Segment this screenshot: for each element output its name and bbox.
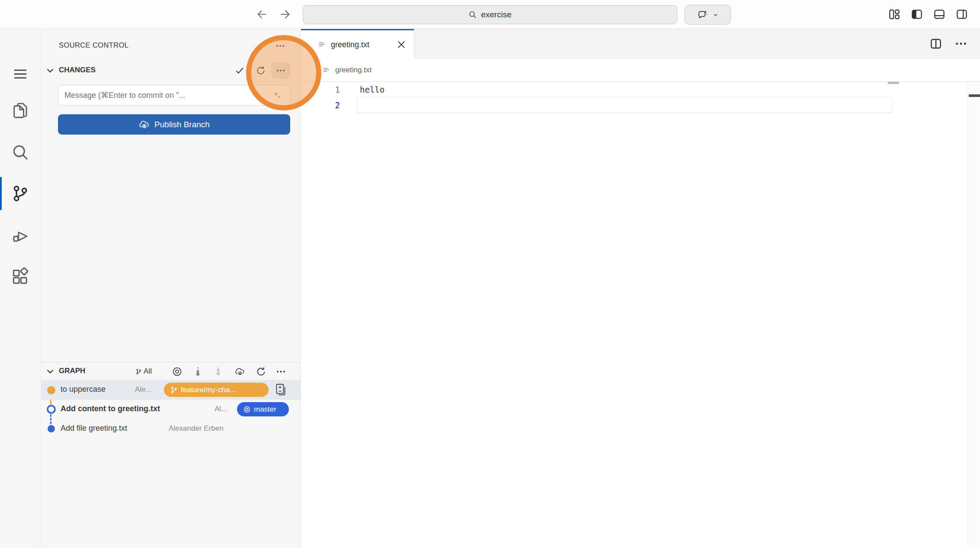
branch-badge-master: master <box>237 402 289 416</box>
toggle-panel-icon[interactable] <box>933 8 946 21</box>
graph-collapse-chevron-icon[interactable] <box>45 366 56 377</box>
branch-icon <box>170 386 178 394</box>
graph-commit-row[interactable]: Add content to greeting.txt Al... master <box>41 400 301 419</box>
commit-message: Add file greeting.txt <box>61 424 127 433</box>
menu-hamburger-icon[interactable] <box>10 64 30 84</box>
changes-collapse-chevron-icon[interactable] <box>45 65 56 76</box>
tab-title: greeting.txt <box>331 40 391 49</box>
branch-badge-label: master <box>254 405 276 414</box>
overview-ruler-cursor-mark <box>969 94 980 97</box>
tab-greeting-txt[interactable]: greeting.txt <box>301 29 414 59</box>
commit-dot-open-blue <box>47 405 56 414</box>
workbench: SOURCE CONTROL CHANGES <box>0 29 980 548</box>
publish-branch-button[interactable]: Publish Branch <box>58 114 290 135</box>
code-line[interactable]: 1 hello <box>301 82 980 97</box>
close-tab-icon[interactable] <box>396 39 407 50</box>
commit-author: Al... <box>215 405 227 413</box>
source-control-more-actions-icon[interactable] <box>272 38 288 54</box>
explorer-icon[interactable] <box>10 100 30 120</box>
graph-commit-row[interactable]: to uppercase Ale... feature/my-cha... <box>41 380 301 400</box>
cloud-upload-icon <box>138 119 150 130</box>
branch-badge-feature: feature/my-cha... <box>164 383 269 397</box>
navigate-forward-icon[interactable] <box>279 8 291 21</box>
navigate-back-icon[interactable] <box>256 8 269 21</box>
sidebar-title: SOURCE CONTROL <box>59 41 128 49</box>
graph-refresh-icon[interactable] <box>253 363 269 380</box>
chat-sparkle-icon <box>697 9 708 20</box>
search-sidebar-icon[interactable] <box>10 142 30 162</box>
graph-section-label[interactable]: GRAPH <box>59 367 85 375</box>
active-view-indicator <box>0 177 2 210</box>
refresh-icon[interactable] <box>253 62 269 79</box>
commit-check-icon[interactable] <box>231 62 248 79</box>
branch-badge-label: feature/my-cha... <box>181 386 236 394</box>
changes-section-label[interactable]: CHANGES <box>59 66 96 74</box>
editor-more-actions-icon[interactable] <box>954 37 968 51</box>
chevron-down-icon <box>712 12 719 18</box>
generate-commit-message-sparkle-icon[interactable] <box>269 87 285 103</box>
activity-bar <box>0 29 41 548</box>
graph-section-header[interactable]: GRAPH All <box>41 362 301 380</box>
pull-icon <box>210 363 226 380</box>
text-file-icon <box>317 40 327 49</box>
toggle-secondary-sidebar-icon[interactable] <box>955 8 968 21</box>
compare-changes-icon[interactable] <box>274 383 288 397</box>
commit-message-input[interactable] <box>58 85 290 106</box>
fetch-icon[interactable] <box>189 363 206 380</box>
line-number: 1 <box>301 82 340 97</box>
editor-actions <box>929 37 968 51</box>
run-debug-icon[interactable] <box>10 226 30 246</box>
title-bar: exercise <box>0 0 980 29</box>
push-cloud-icon[interactable] <box>231 363 248 380</box>
command-center-search[interactable]: exercise <box>303 5 677 24</box>
commit-message: Add content to greeting.txt <box>61 404 160 413</box>
search-value: exercise <box>481 10 512 19</box>
editor-group: greeting.txt greeting.txt 1 hello 2 <box>301 29 980 548</box>
commit-dot-blue <box>48 425 55 432</box>
extensions-icon[interactable] <box>10 267 30 287</box>
source-control-icon[interactable] <box>10 184 30 203</box>
breadcrumb-item[interactable]: greeting.txt <box>335 66 372 74</box>
commit-message: to uppercase <box>61 385 106 394</box>
commit-author: Alexander Erben <box>169 424 224 433</box>
toggle-primary-sidebar-icon[interactable] <box>910 8 923 21</box>
commit-dot-orange <box>47 386 55 394</box>
search-icon <box>468 10 477 19</box>
target-icon <box>243 406 251 413</box>
breadcrumbs[interactable]: greeting.txt <box>301 59 980 82</box>
publish-branch-label: Publish Branch <box>154 120 210 129</box>
code-line[interactable]: 2 <box>301 97 980 113</box>
chat-toggle-button[interactable] <box>685 5 731 25</box>
customize-layout-icon[interactable] <box>888 8 901 21</box>
graph-branch-filter[interactable]: All <box>135 363 152 380</box>
code-editor[interactable]: 1 hello 2 <box>301 82 980 548</box>
changes-more-actions-icon[interactable] <box>272 62 289 79</box>
graph-more-actions-icon[interactable] <box>272 363 289 380</box>
branch-icon <box>135 366 142 377</box>
text-file-icon <box>322 66 331 75</box>
source-control-sidebar: SOURCE CONTROL CHANGES <box>41 29 301 548</box>
target-icon[interactable] <box>169 363 185 380</box>
graph-commit-row[interactable]: Add file greeting.txt Alexander Erben <box>41 419 301 438</box>
split-editor-icon[interactable] <box>929 37 943 51</box>
scrollbar-track[interactable] <box>967 82 980 548</box>
commit-author: Ale... <box>135 385 152 394</box>
vscode-window: exercise <box>0 0 980 548</box>
line-text: hello <box>360 82 384 97</box>
line-number-active: 2 <box>301 97 340 113</box>
graph-filter-label: All <box>144 367 152 376</box>
